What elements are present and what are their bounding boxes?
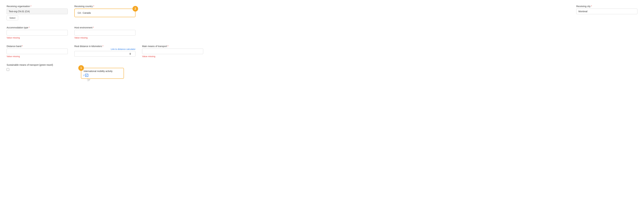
step-badge-1: 1 [78, 65, 84, 71]
required-star: * [30, 5, 32, 7]
green-travel-checkbox-row [6, 68, 68, 71]
accommodation-type-select[interactable] [6, 30, 68, 35]
sustainable-transport-field: Sustainable means of transport (green tr… [6, 64, 68, 71]
required-star-real-dist: * [102, 45, 103, 47]
host-environment-error: Value missing [74, 36, 136, 39]
receiving-city-field: Receiving city* [576, 5, 638, 14]
accommodation-type-error: Value missing [6, 36, 68, 39]
real-distance-label: Real distance in kilometers* [74, 45, 136, 47]
required-star-distance: * [22, 45, 23, 47]
main-transport-error: Value missing [142, 55, 203, 58]
main-transport-select[interactable] [142, 48, 203, 54]
distance-calculator-link[interactable]: Link to distance calculator [74, 48, 136, 50]
receiving-city-input[interactable] [576, 8, 638, 14]
required-star-transport: * [168, 45, 168, 47]
info-icon[interactable]: i [84, 74, 84, 77]
intl-mobility-title: International mobility activity [84, 70, 121, 72]
required-star-accom: * [29, 26, 30, 29]
sustainable-transport-label: Sustainable means of transport (green tr… [6, 64, 68, 66]
distance-band-label: Distance band* [6, 45, 68, 47]
host-environment-field: Host environment* Value missing [74, 26, 136, 39]
accommodation-type-label: Accommodation type* [6, 26, 68, 29]
receiving-organisation-input [6, 8, 68, 14]
receiving-organisation-field: Receiving organisation* Select [6, 5, 68, 20]
host-environment-label: Host environment* [74, 26, 136, 29]
receiving-country-select[interactable]: CA : Canada [76, 10, 134, 15]
receiving-organisation-label: Receiving organisation* [6, 5, 68, 7]
required-star-country: * [93, 5, 94, 7]
required-star-city: * [591, 5, 592, 7]
main-transport-label: Main means of transport* [142, 45, 203, 47]
intl-mobility-wrapper: 1 International mobility activity i ☞ [81, 67, 124, 79]
intl-mobility-checkbox[interactable] [85, 74, 88, 77]
required-star-host: * [93, 26, 94, 29]
receiving-city-label: Receiving city* [576, 5, 638, 7]
green-travel-checkbox[interactable] [6, 68, 9, 71]
host-environment-select[interactable] [74, 30, 136, 35]
real-distance-field: Real distance in kilometers* Link to dis… [74, 45, 136, 57]
accommodation-type-field: Accommodation type* Value missing [6, 26, 68, 39]
step-badge-2: 2 [132, 6, 138, 11]
intl-mobility-icons-row: i [84, 74, 121, 77]
distance-band-error: Value missing [6, 55, 68, 58]
distance-band-field: Distance band* Value missing [6, 45, 68, 58]
distance-band-select[interactable] [6, 48, 68, 54]
receiving-country-field: Receiving country* 2 CA : Canada [74, 5, 136, 17]
select-organisation-button[interactable]: Select [6, 15, 18, 20]
main-transport-field: Main means of transport* Value missing [142, 45, 203, 58]
receiving-country-label: Receiving country* [74, 5, 136, 7]
receiving-country-highlight-box: 2 CA : Canada [74, 8, 136, 17]
intl-mobility-box: 1 International mobility activity i [81, 68, 124, 79]
real-distance-input[interactable] [74, 51, 136, 57]
